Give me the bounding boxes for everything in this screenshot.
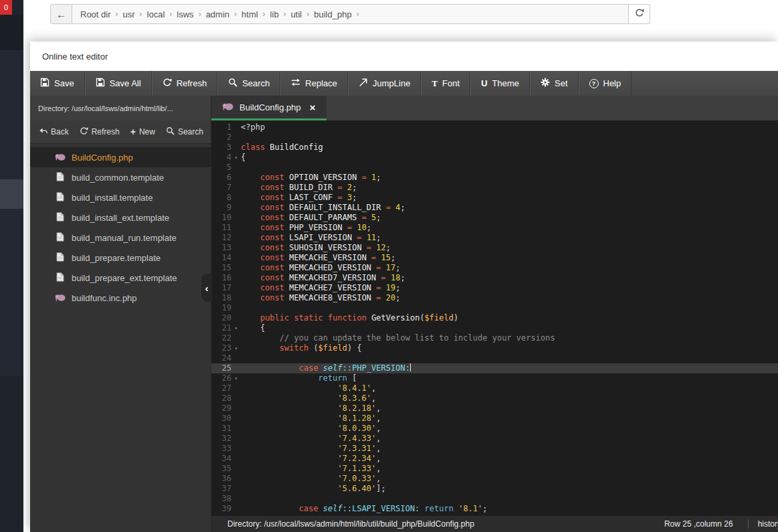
fold-marker[interactable]: ▾ bbox=[231, 373, 241, 383]
breadcrumb-item[interactable]: admin bbox=[206, 9, 229, 19]
close-tab-icon[interactable]: × bbox=[310, 103, 316, 112]
file-item[interactable]: build_install.template bbox=[30, 187, 211, 207]
code-line[interactable]: 39 case self::LSAPI_VERSION: return '8.1… bbox=[211, 504, 778, 514]
code-line[interactable]: 14 const MEMCACHE_VERSION = 15; bbox=[211, 253, 778, 263]
code-line[interactable]: 25 case self::PHP_VERSION: bbox=[211, 363, 778, 373]
code-line[interactable]: 27 '8.4.1', bbox=[211, 383, 778, 393]
sidebar-section bbox=[0, 209, 23, 376]
code-line[interactable]: 38 bbox=[211, 494, 778, 504]
code-line[interactable]: 20 public static function GetVersion($fi… bbox=[211, 313, 778, 323]
code-line[interactable]: 35 '7.1.33', bbox=[211, 464, 778, 474]
code-line[interactable]: 4▾{ bbox=[211, 153, 778, 163]
breadcrumb-item[interactable]: lib bbox=[270, 9, 279, 19]
code-line[interactable]: 10 const DEFAULT_PARAMS = 5; bbox=[211, 213, 778, 223]
gutter-space bbox=[231, 464, 241, 474]
fold-marker[interactable]: ▾ bbox=[231, 153, 241, 163]
code-line[interactable]: 1<?php bbox=[211, 122, 778, 132]
code-line[interactable]: 11 const PHP_VERSION = 10; bbox=[211, 223, 778, 233]
code-line[interactable]: 3class BuildConfig bbox=[211, 143, 778, 153]
breadcrumb-item[interactable]: util bbox=[291, 9, 302, 19]
toolbar-button-font[interactable]: TFont bbox=[421, 71, 470, 96]
toolbar-button-refresh[interactable]: Refresh bbox=[152, 71, 218, 96]
code-line[interactable]: 21▾ { bbox=[211, 323, 778, 333]
toolbar-button-set[interactable]: Set bbox=[530, 71, 579, 96]
breadcrumb-item[interactable]: usr bbox=[123, 9, 135, 19]
gutter: 23▾ bbox=[211, 343, 241, 353]
code-line[interactable]: 30 '8.1.28', bbox=[211, 414, 778, 424]
code-line[interactable]: 7 const BUILD_DIR = 2; bbox=[211, 183, 778, 193]
gutter-space bbox=[231, 263, 241, 273]
code-line[interactable]: 2 bbox=[211, 132, 778, 143]
history-label[interactable]: history bbox=[748, 519, 778, 529]
file-item[interactable]: build_prepare_ext.template bbox=[30, 268, 211, 288]
code-line[interactable]: 29 '8.2.18', bbox=[211, 404, 778, 414]
notification-badge[interactable]: 0 bbox=[0, 0, 12, 15]
toolbar-button-theme[interactable]: UTheme bbox=[470, 71, 530, 96]
file-item[interactable]: build_prepare.template bbox=[30, 248, 211, 268]
toolbar-button-help[interactable]: ?Help bbox=[579, 71, 632, 96]
fold-marker[interactable]: ▾ bbox=[231, 343, 241, 353]
line-number: 22 bbox=[211, 333, 231, 343]
breadcrumb-item[interactable]: lsws bbox=[177, 9, 193, 19]
code-line[interactable]: 24 bbox=[211, 353, 778, 363]
code-line[interactable]: 33 '7.3.31', bbox=[211, 444, 778, 454]
editor-column: BuildConfig.php× 1<?php23class BuildConf… bbox=[211, 96, 778, 532]
file-item[interactable]: build_install_ext.template bbox=[30, 207, 211, 228]
file-toolbar-new[interactable]: +New bbox=[130, 127, 155, 137]
code-text bbox=[241, 353, 778, 363]
tab-buildconfig-php[interactable]: BuildConfig.php× bbox=[211, 96, 326, 120]
toolbar-button-replace[interactable]: Replace bbox=[280, 71, 348, 96]
line-number: 36 bbox=[211, 474, 231, 484]
code-line[interactable]: 37 '5.6.40']; bbox=[211, 484, 778, 494]
code-line[interactable]: 28 '8.3.6', bbox=[211, 393, 778, 404]
file-toolbar-refresh[interactable]: Refresh bbox=[80, 126, 120, 137]
toolbar-button-jumpline[interactable]: JumpLine bbox=[348, 71, 421, 96]
toolbar-button-save[interactable]: Save bbox=[30, 71, 85, 96]
breadcrumb-item[interactable]: local bbox=[147, 9, 165, 19]
file-item[interactable]: BuildConfig.php bbox=[30, 147, 211, 167]
file-item[interactable]: buildfunc.inc.php bbox=[30, 288, 211, 308]
chevron-right-icon: › bbox=[169, 9, 172, 19]
code-line[interactable]: 17 const MEMCACHE7_VERSION = 19; bbox=[211, 283, 778, 293]
code-line[interactable]: 34 '7.2.34', bbox=[211, 454, 778, 464]
code-line[interactable]: 13 const SUHOSIN_VERSION = 12; bbox=[211, 243, 778, 253]
back-button[interactable]: ← bbox=[50, 4, 72, 24]
code-line[interactable]: 19 bbox=[211, 303, 778, 313]
breadcrumb-item[interactable]: html bbox=[241, 9, 258, 19]
breadcrumb-item[interactable]: build_php bbox=[314, 9, 351, 19]
file-toolbar-search[interactable]: Search bbox=[166, 126, 203, 137]
code-line[interactable]: 26▾ return [ bbox=[211, 373, 778, 383]
code-line[interactable]: 36 '7.0.33', bbox=[211, 474, 778, 484]
gutter-space bbox=[231, 143, 241, 153]
code-line[interactable]: 31 '8.0.30', bbox=[211, 424, 778, 434]
breadcrumb-item[interactable]: Root dir bbox=[80, 9, 111, 19]
toolbar-button-save-all[interactable]: Save All bbox=[85, 71, 152, 96]
code-line[interactable]: 12 const LSAPI_VERSION = 11; bbox=[211, 233, 778, 243]
code-line[interactable]: 32 '7.4.33', bbox=[211, 434, 778, 444]
code-line[interactable]: 6 const OPTION_VERSION = 1; bbox=[211, 173, 778, 183]
code-line[interactable]: 9 const DEFAULT_INSTALL_DIR = 4; bbox=[211, 203, 778, 213]
code-line[interactable]: 22 // you can update the below list to i… bbox=[211, 333, 778, 343]
code-line[interactable]: 18 const MEMCACHE8_VERSION = 20; bbox=[211, 293, 778, 303]
code-line[interactable]: 15 const MEMCACHED_VERSION = 17; bbox=[211, 263, 778, 273]
code-text bbox=[241, 494, 778, 504]
file-toolbar-back[interactable]: Back bbox=[39, 126, 69, 137]
toolbar-button-search[interactable]: Search bbox=[217, 71, 280, 96]
code-editor[interactable]: 1<?php23class BuildConfig4▾{56 const OPT… bbox=[211, 120, 778, 516]
save-all-icon bbox=[96, 78, 105, 89]
file-name: BuildConfig.php bbox=[72, 153, 133, 163]
gutter: 39 bbox=[211, 504, 241, 514]
collapse-panel-handle[interactable]: ‹ bbox=[201, 274, 212, 302]
code-line[interactable]: 5 bbox=[211, 163, 778, 173]
file-item[interactable]: build_manual_run.template bbox=[30, 228, 211, 248]
code-line[interactable]: 23▾ switch ($field) { bbox=[211, 343, 778, 353]
code-line[interactable]: 8 const LAST_CONF = 3; bbox=[211, 193, 778, 203]
sidebar-active-item[interactable] bbox=[0, 179, 23, 209]
file-item[interactable]: build_common.template bbox=[30, 167, 211, 187]
refresh-path-button[interactable] bbox=[629, 4, 650, 24]
code-line[interactable]: 16 const MEMCACHED7_VERSION = 18; bbox=[211, 273, 778, 283]
fold-marker[interactable]: ▾ bbox=[231, 323, 241, 333]
gutter: 26▾ bbox=[211, 373, 241, 383]
code-text: const DEFAULT_PARAMS = 5; bbox=[241, 213, 778, 223]
code-text: <?php bbox=[241, 122, 778, 132]
